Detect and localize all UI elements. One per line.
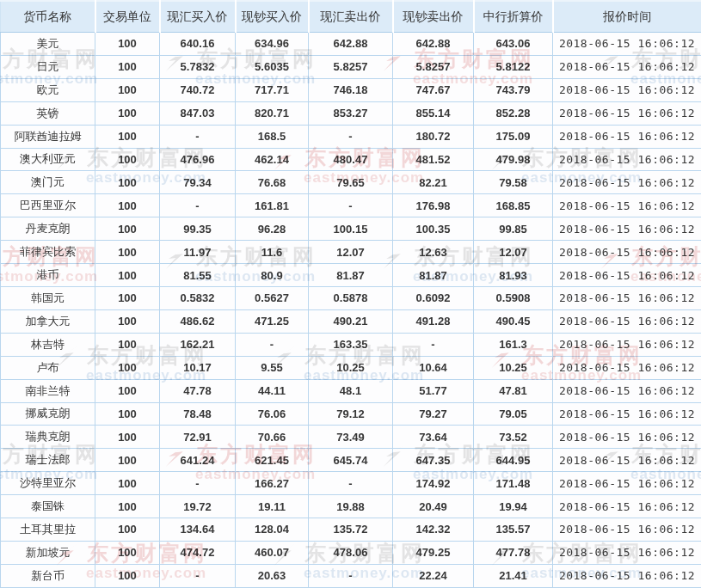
boc-rate-cell: 0.5908 [474, 286, 553, 309]
quote-time-cell: 2018-06-15 16:06:12 [553, 194, 701, 217]
boc-rate-cell: 79.05 [474, 402, 553, 426]
quote-time-cell: 2018-06-15 16:06:12 [553, 472, 701, 495]
unit-cell: 100 [95, 426, 160, 449]
currency-name-cell: 韩国元 [1, 286, 95, 309]
spot-buy-cell: 0.5832 [160, 286, 236, 309]
unit-cell: 100 [95, 333, 160, 356]
cash-buy-cell: 161.81 [236, 194, 309, 217]
cash-buy-cell: 166.27 [236, 472, 309, 495]
unit-cell: 100 [95, 379, 160, 402]
exchange-rates-page: 货币名称交易单位现汇买入价现钞买入价现汇卖出价现钞卖出价中行折算价报价时间 美元… [0, 0, 701, 588]
boc-rate-cell: 81.93 [474, 264, 553, 287]
boc-rate-cell: 171.48 [474, 472, 553, 495]
quote-time-cell: 2018-06-15 16:06:12 [553, 33, 701, 56]
cash-buy-cell: 634.96 [236, 33, 309, 56]
currency-name-cell: 丹麦克朗 [1, 217, 95, 241]
boc-rate-cell: 19.94 [474, 495, 553, 518]
cash-sell-cell: 81.87 [393, 264, 474, 287]
table-row: 英镑100847.03820.71853.27855.14852.282018-… [1, 101, 701, 125]
unit-cell: 100 [95, 264, 160, 287]
spot-sell-cell: 645.74 [309, 449, 393, 472]
spot-buy-cell: - [160, 125, 236, 148]
cash-sell-cell: 176.98 [393, 194, 474, 217]
table-row: 丹麦克朗10099.3596.28100.15100.3599.852018-0… [1, 217, 701, 241]
currency-name-cell: 挪威克朗 [1, 402, 95, 426]
unit-cell: 100 [95, 78, 160, 101]
spot-sell-cell: - [309, 472, 393, 495]
table-row: 澳门元10079.3476.6879.6582.2179.582018-06-1… [1, 171, 701, 194]
table-row: 欧元100740.72717.71746.18747.67743.792018-… [1, 78, 701, 101]
unit-cell: 100 [95, 495, 160, 518]
spot-buy-cell: 740.72 [160, 78, 236, 101]
table-row: 瑞典克朗10072.9170.6673.4973.6473.522018-06-… [1, 426, 701, 449]
spot-sell-cell: 12.07 [309, 241, 393, 264]
cash-buy-cell: 5.6035 [236, 55, 309, 78]
table-row: 美元100640.16634.96642.88642.88643.062018-… [1, 33, 701, 56]
table-row: 阿联酋迪拉姆100-168.5-180.72175.092018-06-15 1… [1, 125, 701, 148]
cash-buy-cell: 19.11 [236, 495, 309, 518]
currency-name-cell: 菲律宾比索 [1, 241, 95, 264]
table-row: 新加坡元100474.72460.07478.06479.25477.78201… [1, 541, 701, 564]
cash-buy-cell: 11.6 [236, 241, 309, 264]
spot-sell-cell: 490.21 [309, 309, 393, 333]
cash-sell-cell: 0.6092 [393, 286, 474, 309]
cash-sell-cell: 491.28 [393, 309, 474, 333]
currency-name-cell: 港币 [1, 264, 95, 287]
spot-buy-cell: 79.34 [160, 171, 236, 194]
cash-sell-cell: 174.92 [393, 472, 474, 495]
unit-cell: 100 [95, 564, 160, 587]
column-header-4: 现汇卖出价 [309, 1, 393, 33]
cash-buy-cell: 70.66 [236, 426, 309, 449]
boc-rate-cell: 161.3 [474, 333, 553, 356]
unit-cell: 100 [95, 33, 160, 56]
unit-cell: 100 [95, 241, 160, 264]
boc-rate-cell: 12.07 [474, 241, 553, 264]
currency-name-cell: 新台币 [1, 564, 95, 587]
quote-time-cell: 2018-06-15 16:06:12 [553, 379, 701, 402]
unit-cell: 100 [95, 286, 160, 309]
cash-sell-cell: 100.35 [393, 217, 474, 241]
spot-sell-cell: 10.25 [309, 356, 393, 379]
cash-sell-cell: 51.77 [393, 379, 474, 402]
column-header-3: 现钞买入价 [236, 1, 309, 33]
quote-time-cell: 2018-06-15 16:06:12 [553, 309, 701, 333]
column-header-5: 现钞卖出价 [393, 1, 474, 33]
spot-sell-cell: 79.65 [309, 171, 393, 194]
quote-time-cell: 2018-06-15 16:06:12 [553, 356, 701, 379]
boc-rate-cell: 73.52 [474, 426, 553, 449]
spot-sell-cell: 163.35 [309, 333, 393, 356]
spot-buy-cell: - [160, 564, 236, 587]
quote-time-cell: 2018-06-15 16:06:12 [553, 264, 701, 287]
cash-buy-cell: 9.55 [236, 356, 309, 379]
column-header-0: 货币名称 [1, 1, 95, 33]
table-row: 韩国元1000.58320.56270.58780.60920.59082018… [1, 286, 701, 309]
boc-rate-cell: 21.41 [474, 564, 553, 587]
boc-rate-cell: 644.95 [474, 449, 553, 472]
table-row: 菲律宾比索10011.9711.612.0712.6312.072018-06-… [1, 241, 701, 264]
table-row: 日元1005.78325.60355.82575.82575.81222018-… [1, 55, 701, 78]
currency-name-cell: 巴西里亚尔 [1, 194, 95, 217]
cash-sell-cell: 747.67 [393, 78, 474, 101]
cash-sell-cell: 10.64 [393, 356, 474, 379]
unit-cell: 100 [95, 217, 160, 241]
spot-buy-cell: 476.96 [160, 148, 236, 171]
cash-buy-cell: 128.04 [236, 518, 309, 542]
currency-name-cell: 英镑 [1, 101, 95, 125]
boc-rate-cell: 79.58 [474, 171, 553, 194]
spot-buy-cell: 474.72 [160, 541, 236, 564]
table-row: 沙特里亚尔100-166.27-174.92171.482018-06-15 1… [1, 472, 701, 495]
unit-cell: 100 [95, 55, 160, 78]
quote-time-cell: 2018-06-15 16:06:12 [553, 333, 701, 356]
column-header-1: 交易单位 [95, 1, 160, 33]
cash-sell-cell: 642.88 [393, 33, 474, 56]
cash-sell-cell: 481.52 [393, 148, 474, 171]
table-row: 巴西里亚尔100-161.81-176.98168.852018-06-15 1… [1, 194, 701, 217]
quote-time-cell: 2018-06-15 16:06:12 [553, 125, 701, 148]
spot-sell-cell: 73.49 [309, 426, 393, 449]
spot-buy-cell: 47.78 [160, 379, 236, 402]
column-header-6: 中行折算价 [474, 1, 553, 33]
spot-sell-cell: 19.88 [309, 495, 393, 518]
spot-buy-cell: 162.21 [160, 333, 236, 356]
boc-rate-cell: 490.45 [474, 309, 553, 333]
spot-buy-cell: 72.91 [160, 426, 236, 449]
